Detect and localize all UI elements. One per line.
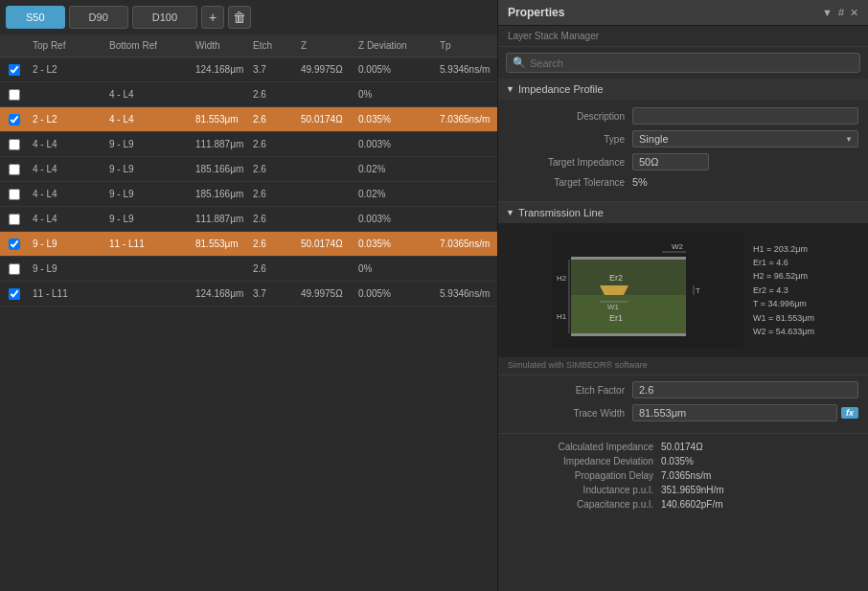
tab-d90[interactable]: D90 [69,6,128,29]
row-width-0: 124.168μm [192,62,249,77]
search-input[interactable] [530,57,854,69]
row-top-ref-9: 11 - L11 [29,286,105,301]
transmission-line-header[interactable]: ▼ Transmission Line [498,202,868,223]
target-tolerance-label: Target Tolerance [508,177,632,188]
col-check [0,38,29,53]
calc-impedance-row: Calculated Impedance 50.0174Ω [508,442,858,452]
calc-inductance-row: Inductance p.u.l. 351.9659nH/m [508,485,858,495]
row-tp-8 [436,267,497,271]
collapse-icon: ▼ [506,84,514,94]
row-bottom-ref-1: 4 - L4 [105,87,192,102]
row-etch-0: 3.7 [249,62,297,77]
type-row: Type Single Differential [508,130,858,148]
svg-text:T: T [696,286,700,295]
row-check-4[interactable] [0,164,29,175]
calc-inductance-label: Inductance p.u.l. [508,485,661,495]
svg-rect-16 [571,333,686,336]
float-button[interactable]: # [838,7,844,19]
calc-inductance-value: 351.9659nH/m [661,485,858,495]
row-tp-1 [436,93,497,97]
row-check-5[interactable] [0,189,29,200]
etch-factor-input[interactable] [632,381,858,398]
row-top-ref-0: 2 - L2 [29,62,105,77]
target-impedance-row: Target Impedance [508,153,858,170]
row-z-0: 49.9975Ω [297,62,354,77]
row-zdev-5: 0.02% [354,187,436,201]
row-z-5 [297,193,354,196]
calc-propagation-value: 7.0365ns/m [661,470,858,481]
row-zdev-0: 0.005% [354,62,436,77]
row-bottom-ref-4: 9 - L9 [105,162,192,176]
description-input[interactable] [632,107,858,125]
row-check-1[interactable] [0,89,29,101]
trace-width-label: Trace Width [508,408,632,419]
calc-propagation-row: Propagation Delay 7.0365ns/m [508,470,858,481]
row-z-4 [297,168,354,171]
row-top-ref-8: 9 - L9 [29,261,105,276]
row-tp-7: 7.0365ns/m [436,237,497,251]
target-impedance-input[interactable] [632,153,709,170]
row-top-ref-5: 4 - L4 [29,187,105,201]
trace-width-row: Trace Width fx [508,404,858,421]
row-width-1 [192,93,249,97]
transmission-line-label: Transmission Line [518,207,604,218]
calc-deviation-row: Impedance Deviation 0.035% [508,456,858,466]
table-row: 11 - L11 124.168μm 3.7 49.9975Ω 0.005% 5… [0,282,497,307]
row-width-2: 81.553μm [192,112,249,126]
row-width-4: 185.166μm [192,162,249,176]
tab-d100[interactable]: D100 [132,6,197,29]
impedance-profile-label: Impedance Profile [518,83,604,95]
row-bottom-ref-9 [105,292,192,296]
row-etch-5: 2.6 [249,187,297,201]
row-check-6[interactable] [0,214,29,225]
target-impedance-value [632,153,858,170]
trace-width-input[interactable] [632,404,837,421]
svg-rect-17 [571,257,686,260]
impedance-profile-header[interactable]: ▼ Impedance Profile [498,79,868,100]
description-row: Description [508,107,858,125]
row-check-7[interactable] [0,239,29,250]
target-tolerance-row: Target Tolerance 5% [508,176,858,188]
row-check-9[interactable] [0,288,29,300]
fx-button[interactable]: fx [841,407,858,419]
row-z-2: 50.0174Ω [297,112,354,126]
row-zdev-1: 0% [354,87,436,102]
description-value [632,107,858,125]
panel-controls: ▼ # ✕ [822,7,858,19]
calc-deviation-label: Impedance Deviation [508,456,661,466]
row-width-5: 185.166μm [192,187,249,201]
table-header: Top Ref Bottom Ref Width Etch Z Z Deviat… [0,34,497,57]
row-z-8 [297,267,354,271]
row-check-8[interactable] [0,263,29,275]
trace-width-wrapper: fx [632,404,858,421]
pin-button[interactable]: ▼ [822,7,833,19]
row-check-3[interactable] [0,139,29,150]
tl-param: H1 = 203.2μm [753,242,814,256]
row-check-0[interactable] [0,64,29,76]
row-tp-2: 7.0365ns/m [436,112,497,126]
tab-bar: S50 D90 D100 + 🗑 [0,0,497,34]
row-tp-3 [436,143,497,147]
row-bottom-ref-7: 11 - L11 [105,237,192,251]
row-bottom-ref-8 [105,267,192,271]
impedance-profile-content: Description Type Single Differential Tar… [498,100,868,201]
row-top-ref-7: 9 - L9 [29,237,105,251]
panel-title: Properties [508,6,564,19]
target-tolerance-value: 5% [632,176,858,188]
row-bottom-ref-3: 9 - L9 [105,137,192,151]
type-select[interactable]: Single Differential [632,130,858,148]
transmission-line-section: ▼ Transmission Line W1 [498,202,868,434]
add-tab-button[interactable]: + [201,6,224,29]
row-check-2[interactable] [0,114,29,125]
delete-tab-button[interactable]: 🗑 [228,6,251,29]
tab-s50[interactable]: S50 [6,6,65,29]
table-body: 2 - L2 124.168μm 3.7 49.9975Ω 0.005% 5.9… [0,57,497,591]
svg-text:H2: H2 [557,274,567,283]
col-etch: Etch [249,38,297,53]
svg-text:Er1: Er1 [609,313,623,323]
row-width-8 [192,267,249,271]
col-z: Z [297,38,354,53]
row-bottom-ref-0 [105,68,192,72]
calc-deviation-value: 0.035% [661,456,858,466]
close-button[interactable]: ✕ [850,7,858,19]
